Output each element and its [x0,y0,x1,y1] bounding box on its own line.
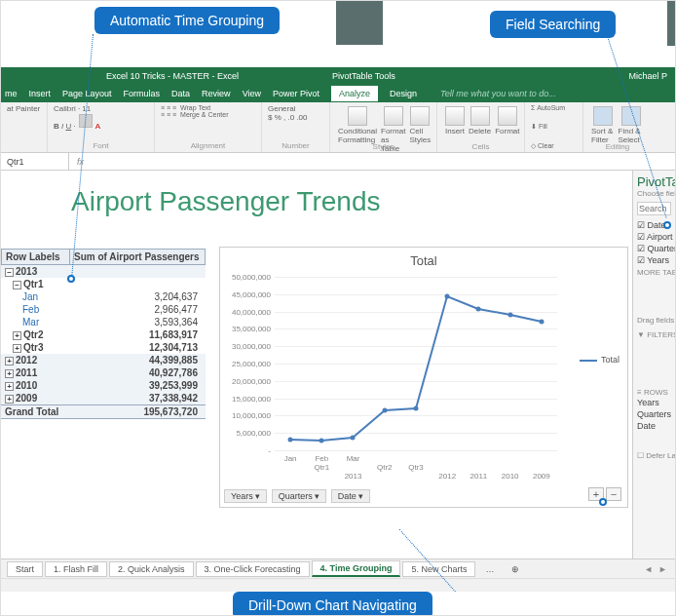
field-quarters[interactable]: ☑ Quarters [637,243,671,254]
callout-field-searching: Field Searching [490,11,616,38]
callout-time-grouping: Automatic Time Grouping [94,7,280,34]
status-bar [1,578,675,592]
tab-insert[interactable]: Insert [29,89,52,98]
tab-home[interactable]: me [5,89,18,98]
merge-center[interactable]: Merge & Center [180,111,228,118]
tab-design[interactable]: Design [390,89,417,98]
expand-icon[interactable]: + [13,331,21,340]
page-title: Airport Passenger Trends [71,186,381,217]
pivot-table[interactable]: Row Labels Sum of Airport Passengers −20… [1,249,206,419]
autosum[interactable]: AutoSum [537,104,565,111]
name-box[interactable]: Qtr1 [1,153,69,170]
format-painter[interactable]: at Painter [7,104,41,113]
formula-bar: Qtr1 fx [1,153,675,171]
callout-drilldown: Drill-Down Chart Navigating [233,592,432,616]
filter-years-button[interactable]: Years ▾ [224,489,267,503]
tab-powerpivot[interactable]: Power Pivot [273,89,319,98]
expand-icon[interactable]: + [5,395,14,404]
sheet-tab-quickanalysis[interactable]: 2. Quick Analysis [109,561,194,577]
svg-point-1 [319,439,324,443]
field-search-input[interactable] [637,202,671,215]
title-bar: Excel 10 Tricks - MASTER - Excel PivotTa… [1,67,675,85]
collapse-icon[interactable]: − [5,268,14,277]
pivot-chart[interactable]: Total 50,000,000 45,000,000 40,000,000 3… [219,247,628,508]
expand-icon[interactable]: + [5,382,14,391]
filter-date-button[interactable]: Date ▾ [331,489,371,503]
document-title: Excel 10 Tricks - MASTER - Excel [106,71,239,81]
group-cells: Cells [437,142,524,151]
defer-layout-checkbox[interactable]: ☐ Defer Layout [637,451,671,460]
sheet-tab-forecasting[interactable]: 3. One-Click Forecasting [196,561,310,577]
expand-icon[interactable]: + [5,357,14,366]
drill-up-button[interactable]: − [606,487,621,501]
pivot-header-rowlabels[interactable]: Row Labels [2,250,70,264]
chart-x-axis: JanFebMar Qtr1Qtr2Qtr3 20132012201120102… [275,454,557,481]
svg-point-4 [414,406,419,411]
svg-point-5 [445,294,450,299]
ribbon: at Painter Calibri · 11 B I U · A Font ≡… [1,102,675,153]
sheet-tab-start[interactable]: Start [7,561,43,577]
svg-point-0 [288,438,293,443]
scroll-right-icon[interactable]: ► [658,564,667,574]
svg-point-2 [351,436,356,441]
user-name: Michael P [628,71,667,81]
new-sheet-button[interactable]: ⊕ [504,562,527,576]
chart-legend: Total [580,355,620,365]
rows-dropzone[interactable]: ≡ ROWS [637,388,671,397]
pivot-header-values: Sum of Airport Passengers [70,250,205,264]
filters-dropzone[interactable]: ▼ FILTERS [637,330,671,339]
wrap-text[interactable]: Wrap Text [180,104,210,111]
group-font: Font [54,141,148,150]
more-tables-link[interactable]: MORE TABLES... [637,268,671,277]
sheet-tab-flashfill[interactable]: 1. Flash Fill [45,561,107,577]
svg-point-3 [383,408,388,413]
field-years[interactable]: ☑ Years [637,254,671,266]
field-passengers[interactable]: ☑ Airport Passe [637,231,671,243]
number-format-select[interactable]: General [268,104,323,113]
context-tools-label: PivotTable Tools [332,71,395,81]
window-grip [336,1,383,45]
expand-icon[interactable]: + [5,369,14,378]
chart-title: Total [220,248,627,274]
worksheet-area: Airport Passenger Trends Row Labels Sum … [1,171,634,558]
sheet-tab-timegrouping[interactable]: 4. Time Grouping [312,560,401,577]
group-styles: Styles [330,142,436,151]
font-name-select[interactable]: Calibri [54,104,76,113]
svg-point-6 [476,307,481,312]
group-number: Number [268,141,323,150]
tell-me-search[interactable]: Tell me what you want to do... [440,89,556,98]
sheet-tab-more[interactable]: … [477,562,502,576]
svg-point-8 [540,320,545,325]
sheet-tab-bar: Start 1. Flash Fill 2. Quick Analysis 3.… [1,558,675,578]
ribbon-tab-strip: me Insert Page Layout Formulas Data Revi… [1,85,675,102]
filter-quarters-button[interactable]: Quarters ▾ [272,489,327,503]
tab-view[interactable]: View [243,89,261,98]
collapse-icon[interactable]: − [13,281,21,289]
expand-icon[interactable]: + [13,344,21,353]
cell-styles-button[interactable]: Cell Styles [407,104,432,146]
chart-plot-area: 50,000,000 45,000,000 40,000,000 35,000,… [275,277,557,450]
fill[interactable]: Fill [539,123,547,130]
window-edge [667,1,675,46]
conditional-formatting-button[interactable]: Conditional Formatting [336,104,379,146]
group-alignment: Alignment [161,141,255,150]
chart-filter-buttons: Years ▾ Quarters ▾ Date ▾ [224,489,372,503]
svg-point-7 [508,313,513,318]
clear[interactable]: Clear [538,142,554,149]
tab-analyze[interactable]: Analyze [331,86,378,101]
scroll-left-icon[interactable]: ◄ [644,564,653,574]
tab-data[interactable]: Data [171,89,190,98]
tab-review[interactable]: Review [202,89,231,98]
tab-formulas[interactable]: Formulas [124,89,161,98]
chart-line-series [275,277,557,450]
